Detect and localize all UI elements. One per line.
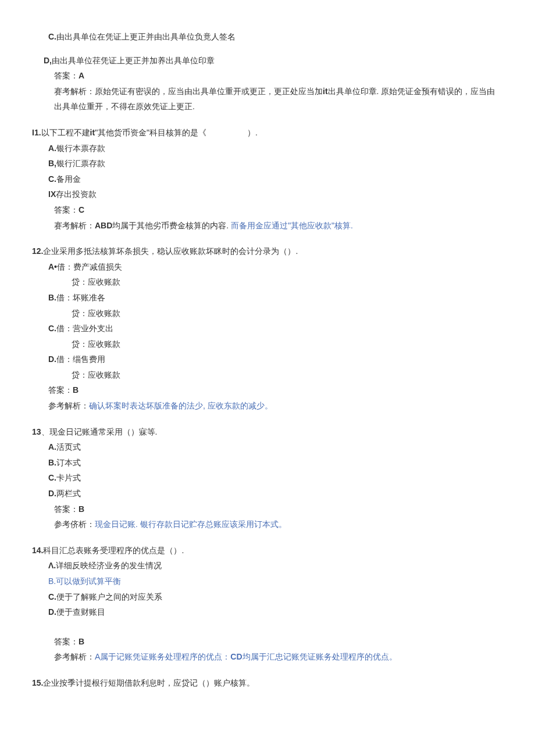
q14-answer: 答案：B: [32, 634, 500, 650]
q10-option-d: D,由出具单位荏凭证上更正并加养出具单位印章: [32, 53, 500, 69]
q12-option-a-line1: A•借：费产减值损失: [32, 259, 500, 275]
q13-explanation: 参考侪析：现金日记账. 银行存款日记贮存总账应该采用订本式。: [32, 517, 500, 532]
q11-option-b: B,银行汇票存款: [32, 156, 500, 171]
q12-option-d-line1: D.借：缁售费用: [32, 352, 500, 367]
q14-option-b: B.可以做到试算平衡: [32, 574, 500, 589]
q11-answer: 答案：C: [32, 202, 500, 218]
q12-stem: 12.企业采用多抵法核算坏条损失，稳认应收账款坏眯时的会计分录为（）.: [32, 243, 500, 259]
q13-option-c: C.卡片式: [32, 470, 500, 486]
q12-option-c-line2: 贷：应收账款: [32, 336, 500, 352]
q10-answer: 答案：A: [32, 68, 500, 84]
q14-option-d: D.便于查财账目: [32, 604, 500, 620]
q14-option-c: C.便于了解账户之间的对应关系: [32, 589, 500, 605]
q12-option-b-line1: B.借：坏账准各: [32, 290, 500, 306]
q10-option-c: C.由出具单位在凭证上更正并由出具单位负竟人签名: [32, 29, 500, 45]
q12-option-a-line2: 贷：应收账款: [32, 274, 500, 290]
q12-option-c-line1: C.借：营业外支出: [32, 321, 500, 336]
q11-option-c: C.备用金: [32, 171, 500, 187]
q11-option-a: A.银行本票存款: [32, 141, 500, 156]
q12-answer: 答案：B: [32, 382, 500, 398]
q12-option-b-line2: 贷：应收账款: [32, 306, 500, 321]
q13-option-d: D.两栏式: [32, 486, 500, 501]
q11-option-d: IX存出投资款: [32, 187, 500, 202]
q12-explanation: 参考解析：确认坏案时表达坏版准备的法少, 应收东款的减少。: [32, 398, 500, 414]
q11-explanation: 赛考解析：ABD均属于其他劣币费金核算的内容. 而备用金应通过"其他应收款"核算…: [32, 218, 500, 234]
q10-explanation: 赛考解析：原始凭证有密误的，应当由出具单位重开或更正，更正处应当加it出具单位印…: [32, 84, 500, 114]
q12-option-d-line2: 贷：应收账款: [32, 367, 500, 383]
q11-stem: I1.以下工程不建it"其他货币资金"科目核算的是《 ）.: [32, 125, 500, 141]
q14-option-a: Λ.详细反映经济业务的发生情况: [32, 558, 500, 574]
q13-option-b: B.订本式: [32, 455, 500, 471]
q13-answer: 答案：B: [32, 501, 500, 517]
q13-option-a: A.活页式: [32, 439, 500, 455]
q14-stem: 14.科目汇总表账务受理程序的优点是（）.: [32, 543, 500, 558]
q15-stem: 15.企业按季计提根行短期借款利息时，应贷记（）账户核算。: [32, 675, 500, 691]
q13-stem: 13、现金日记账通常采用（）寐等.: [32, 424, 500, 440]
q14-explanation: 参考解析：A属于记账凭证账务处理程序的优点：CD均属于汇忠记账凭证账务处理程序的…: [32, 649, 500, 665]
